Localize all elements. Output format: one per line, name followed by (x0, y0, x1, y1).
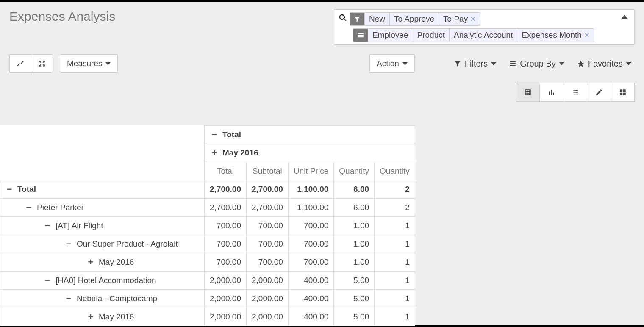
action-button[interactable]: Action (369, 54, 415, 73)
cell: 2,700.00 (205, 199, 247, 217)
view-form-button[interactable] (587, 83, 611, 102)
collapse-icon[interactable]: − (44, 276, 51, 285)
row-header[interactable]: −Nebula - Camptocamp (0, 290, 205, 308)
expand-icon[interactable]: + (87, 258, 94, 267)
cell: 5.00 (334, 290, 375, 308)
pivot-row: −Total2,700.002,700.001,100.006.002 (0, 180, 415, 199)
view-switcher (516, 83, 635, 102)
collapse-icon[interactable]: − (65, 294, 72, 303)
caret-down-icon (402, 62, 408, 65)
search-panel[interactable]: New To Approve To Pay✕ Employee Product (334, 9, 635, 45)
row-label: Total (17, 185, 36, 194)
groupby-button[interactable]: Group By (505, 56, 567, 71)
filters-button[interactable]: Filters (450, 56, 500, 71)
row-label: Pieter Parker (37, 203, 84, 212)
row-header[interactable]: −Our Super Product - Agrolait (0, 235, 205, 253)
cell: 700.00 (205, 235, 247, 253)
row-label: May 2016 (99, 258, 134, 267)
cell: 400.00 (288, 308, 333, 326)
cell: 1.00 (334, 235, 375, 253)
row-header[interactable]: −Total (0, 180, 205, 199)
col-header[interactable]: Quantity (375, 162, 415, 180)
edit-icon (595, 89, 603, 96)
group-tag-analytic[interactable]: Analytic Account (449, 29, 517, 42)
star-icon (577, 60, 585, 67)
row-header[interactable]: −[HA0] Hotel Accommodation (0, 272, 205, 290)
cell: 6.00 (334, 199, 375, 217)
cell: 1 (375, 290, 415, 308)
page-title: Expenses Analysis (9, 9, 115, 24)
cell: 1 (375, 308, 415, 326)
cell: 2 (375, 199, 415, 217)
cell: 2 (375, 180, 415, 199)
caret-down-icon (626, 62, 631, 65)
cell: 6.00 (334, 180, 375, 199)
expand-icon[interactable]: + (211, 148, 218, 158)
row-header[interactable]: −Pieter Parker (0, 199, 205, 217)
col-header[interactable]: Subtotal (246, 162, 288, 180)
view-pivot-button[interactable] (516, 83, 540, 102)
group-tag-employee[interactable]: Employee (368, 29, 413, 42)
col-header[interactable]: Unit Price (288, 162, 333, 180)
row-header[interactable]: −[AT] Air Flight (0, 217, 205, 235)
caret-down-icon (491, 62, 496, 65)
cell: 700.00 (288, 217, 333, 235)
cell: 700.00 (246, 235, 288, 253)
funnel-icon (454, 60, 461, 67)
pivot-row: −Our Super Product - Agrolait700.00700.0… (0, 235, 415, 253)
caret-down-icon (105, 62, 111, 65)
cell: 2,000.00 (205, 308, 247, 326)
col-group-header[interactable]: +May 2016 (205, 144, 415, 162)
pivot-table: −Total +May 2016 Total Subtotal Unit Pri… (0, 125, 415, 326)
cell: 700.00 (246, 217, 288, 235)
cell: 2,700.00 (205, 180, 247, 199)
cell: 700.00 (288, 253, 333, 272)
expand-icon[interactable]: + (87, 312, 94, 321)
cell: 700.00 (205, 253, 247, 272)
caret-down-icon (559, 62, 564, 65)
row-label: Nebula - Camptocamp (77, 294, 157, 303)
col-header[interactable]: Quantity (334, 162, 375, 180)
row-label: [AT] Air Flight (56, 221, 103, 230)
collapse-icon[interactable]: − (211, 130, 218, 139)
remove-group-icon[interactable]: ✕ (584, 31, 590, 39)
view-kanban-button[interactable] (611, 83, 635, 102)
expand-button[interactable] (9, 54, 31, 73)
cell: 1.00 (334, 217, 375, 235)
collapse-icon[interactable]: − (65, 239, 72, 249)
row-header[interactable]: +May 2016 (0, 253, 205, 272)
bar-chart-icon (548, 89, 555, 96)
view-graph-button[interactable] (540, 83, 564, 102)
favorites-button[interactable]: Favorites (574, 56, 635, 71)
row-label: [HA0] Hotel Accommodation (56, 276, 156, 285)
pivot-row: +May 20162,000.002,000.00400.005.001 (0, 308, 415, 326)
row-label: May 2016 (99, 312, 134, 321)
fullscreen-button[interactable] (31, 54, 53, 73)
cell: 2,000.00 (246, 290, 288, 308)
pivot-row: +May 2016700.00700.00700.001.001 (0, 253, 415, 272)
col-header[interactable]: Total (205, 162, 247, 180)
row-header[interactable]: +May 2016 (0, 308, 205, 326)
collapse-icon[interactable]: − (25, 203, 33, 212)
group-tag-product[interactable]: Product (413, 29, 449, 42)
cell: 400.00 (288, 272, 333, 290)
cell: 700.00 (288, 235, 333, 253)
col-total-header[interactable]: −Total (205, 126, 415, 144)
pivot-row: −Nebula - Camptocamp2,000.002,000.00400.… (0, 290, 415, 308)
group-tag-month[interactable]: Expenses Month✕ (517, 29, 594, 42)
collapse-icon[interactable]: − (6, 185, 13, 194)
cell: 2,000.00 (246, 308, 288, 326)
view-list-button[interactable] (564, 83, 587, 102)
filter-tag-to-pay[interactable]: To Pay✕ (439, 13, 480, 25)
collapse-icon[interactable]: − (44, 221, 51, 230)
list-icon (572, 89, 579, 96)
search-expand-icon[interactable] (621, 15, 628, 19)
cell: 2,700.00 (246, 180, 288, 199)
search-icon[interactable] (338, 14, 350, 25)
measures-button[interactable]: Measures (60, 54, 118, 73)
filter-tag-to-approve[interactable]: To Approve (389, 13, 439, 25)
cell: 700.00 (246, 253, 288, 272)
filter-tag-new[interactable]: New (364, 13, 389, 25)
groupby-facet: Employee Product Analytic Account Expens… (353, 28, 594, 42)
remove-filter-icon[interactable]: ✕ (470, 15, 476, 23)
